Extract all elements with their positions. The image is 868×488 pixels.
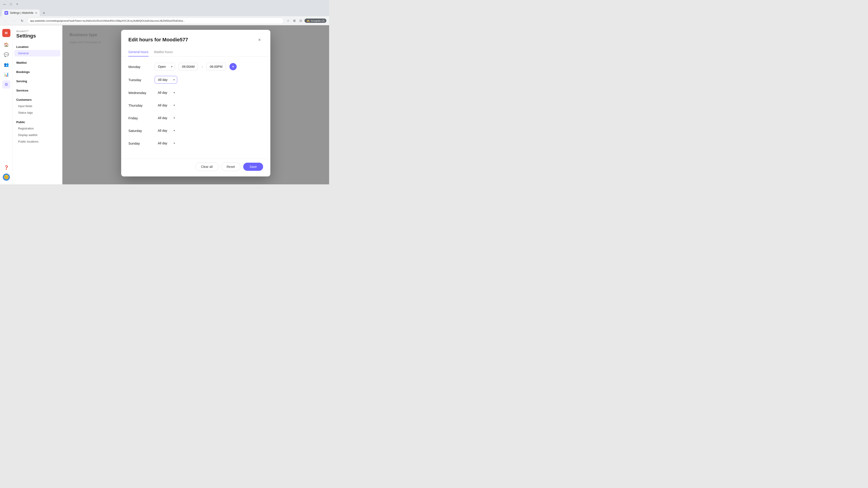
minimize-button[interactable]: — [2,1,7,7]
day-label-wednesday: Wednesday [128,91,151,95]
sidebar-chat-button[interactable]: 💬 [2,51,10,59]
users-icon: 👥 [4,62,9,67]
sidebar-home-button[interactable]: 🏠 [2,41,10,49]
home-icon: 🏠 [4,42,9,47]
close-window-button[interactable]: × [14,1,20,7]
friday-status-select[interactable]: All day ▾ [155,114,177,122]
saturday-chevron-icon: ▾ [174,129,175,132]
maximize-button[interactable]: □ [8,1,13,7]
day-label-monday: Monday [128,65,151,69]
sunday-status-box[interactable]: All day ▾ [155,140,177,147]
settings-title: Settings [16,33,59,39]
section-label-waitlist: Waitlist [13,60,62,65]
saturday-status-box[interactable]: All day ▾ [155,127,177,134]
save-button[interactable]: Save [243,163,263,171]
incognito-label: Incognito (2) [311,20,324,22]
modal-body: Monday Open ▾ 09:00AM - 06:00PM [121,57,270,159]
wednesday-status-box[interactable]: All day ▾ [155,89,177,96]
modal-title: Edit hours for Moodie577 [128,37,188,43]
nav-item-public-locations[interactable]: Public locations [14,138,60,145]
monday-start-time-value: 09:00AM [182,65,195,68]
sunday-chevron-icon: ▾ [174,142,175,145]
settings-section-services: Services [13,86,62,95]
sidebar-users-button[interactable]: 👥 [2,61,10,69]
extension-button[interactable]: ⊞ [292,18,297,24]
day-label-saturday: Saturday [128,129,151,133]
tuesday-chevron-icon: ▾ [174,78,175,81]
monday-start-time[interactable]: 09:00AM [179,63,198,70]
nav-item-general[interactable]: General [14,50,60,57]
sidebar-bottom: ❓ 😊 [2,164,10,181]
nav-item-input-fields[interactable]: Input fields [14,103,60,109]
modal-header: Edit hours for Moodie577 × [121,30,270,48]
reload-button[interactable]: ↻ [19,18,25,24]
sidebar-chart-button[interactable]: 📊 [2,70,10,78]
settings-section-bookings: Bookings [13,68,62,77]
nav-item-status-tags[interactable]: Status tags [14,109,60,116]
new-tab-button[interactable]: + [41,10,47,16]
help-icon: ❓ [4,165,9,170]
day-label-thursday: Thursday [128,103,151,107]
browser-titlebar: — □ × [0,0,329,8]
wednesday-status-select[interactable]: All day ▾ [155,89,177,96]
tuesday-status-box[interactable]: All day ▾ [155,76,177,84]
hours-row-thursday: Thursday All day ▾ [128,102,263,109]
reset-button[interactable]: Reset [221,162,241,171]
modal-close-button[interactable]: × [256,36,263,43]
bookmark-button[interactable]: ☆ [285,18,291,24]
nav-item-display-waitlist[interactable]: Display waitlist [14,132,60,138]
friday-status-value: All day [158,116,167,120]
section-label-bookings: Bookings [13,69,62,74]
tab-waitlist-hours[interactable]: Waitlist hours [154,48,173,57]
active-tab[interactable]: M Settings | Waitwhile × [2,9,40,16]
settings-section-serving: Serving [13,77,62,86]
profile-button[interactable]: ⊡ [298,18,304,24]
tuesday-status-select[interactable]: All day ▾ [155,76,177,84]
saturday-status-select[interactable]: All day ▾ [155,127,177,134]
tab-general-hours[interactable]: General hours [128,48,149,57]
sunday-status-select[interactable]: All day ▾ [155,140,177,147]
forward-button[interactable]: → [11,18,17,24]
settings-breadcrumb: Moodie577 [16,30,59,33]
window-controls: — □ × [2,1,20,7]
nav-item-registration[interactable]: Registration [14,125,60,132]
address-icons: ☆ ⊞ ⊡ 🕵 Incognito (2) [285,18,327,24]
sidebar-help-button[interactable]: ❓ [2,164,10,172]
tab-bar: M Settings | Waitwhile × + [0,8,329,16]
address-input[interactable]: app.waitwhile.com/settings/general?authT… [27,18,284,24]
monday-status-select[interactable]: Open ▾ [155,63,175,70]
workspace-avatar[interactable]: M [2,29,10,37]
user-avatar-image: 😊 [4,175,9,180]
browser-chrome: — □ × M Settings | Waitwhile × + ← → ↻ a… [0,0,329,25]
settings-section-customers: Customers Input fields Status tags [13,95,62,118]
user-avatar[interactable]: 😊 [3,173,10,181]
tab-close-button[interactable]: × [35,11,37,15]
back-button[interactable]: ← [3,18,9,24]
incognito-badge: 🕵 Incognito (2) [305,19,327,23]
wednesday-chevron-icon: ▾ [174,91,175,94]
settings-section-waitlist: Waitlist [13,58,62,68]
section-label-public: Public [13,120,62,125]
monday-status-value: Open [158,65,166,68]
sidebar-settings-button[interactable]: ⚙ [2,80,10,89]
hours-row-tuesday: Tuesday All day ▾ [128,76,263,84]
monday-end-time-value: 06:00PM [210,65,222,68]
tab-title-text: Settings | Waitwhile [10,11,33,14]
thursday-status-box[interactable]: All day ▾ [155,102,177,109]
friday-status-box[interactable]: All day ▾ [155,114,177,122]
monday-end-time[interactable]: 06:00PM [206,63,226,70]
monday-chevron-icon: ▾ [171,65,173,68]
modal-tabs: General hours Waitlist hours [121,48,270,57]
day-label-friday: Friday [128,116,151,120]
hours-row-monday: Monday Open ▾ 09:00AM - 06:00PM [128,63,263,70]
tab-favicon: M [4,11,8,15]
section-label-serving: Serving [13,78,62,84]
thursday-status-select[interactable]: All day ▾ [155,102,177,109]
clear-all-button[interactable]: Clear all [195,162,218,171]
thursday-status-value: All day [158,103,167,107]
settings-section-location: Location General [13,42,62,58]
settings-icon: ⚙ [4,82,8,87]
monday-status-box[interactable]: Open ▾ [155,63,175,70]
monday-add-time-button[interactable]: + [229,63,237,70]
thursday-chevron-icon: ▾ [174,104,175,107]
